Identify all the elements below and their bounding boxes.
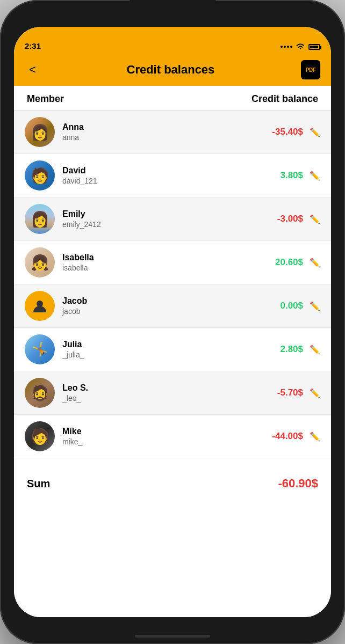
balance-area-anna: -35.40$ ✏️ <box>260 127 320 137</box>
members-list: Anna anna -35.40$ ✏️ David david_121 3.8… <box>14 111 331 458</box>
edit-button-david[interactable]: ✏️ <box>310 171 320 181</box>
balance-area-david: 3.80$ ✏️ <box>260 170 320 181</box>
wifi-icon <box>296 43 305 50</box>
edit-button-isabella[interactable]: ✏️ <box>310 258 320 268</box>
balance-area-isabella: 20.60$ ✏️ <box>260 257 320 268</box>
avatar-mike <box>25 421 55 451</box>
sum-value: -60.90$ <box>278 477 318 491</box>
balance-area-mike: -44.00$ ✏️ <box>260 431 320 442</box>
member-row-mike: Mike mike_ -44.00$ ✏️ <box>14 415 331 458</box>
phone-frame: 2:31 < Credit ba <box>0 0 345 644</box>
notch <box>130 0 215 16</box>
edit-button-jacob[interactable]: ✏️ <box>310 301 320 311</box>
balance-area-leo: -5.70$ ✏️ <box>260 387 320 398</box>
phone-screen: 2:31 < Credit ba <box>14 27 331 617</box>
signal-icon <box>281 46 292 48</box>
balance-value-emily: -3.00$ <box>260 214 303 224</box>
balance-value-isabella: 20.60$ <box>260 257 303 268</box>
battery-icon <box>308 44 320 50</box>
pdf-button[interactable]: PDF <box>301 60 320 79</box>
balance-value-david: 3.80$ <box>260 170 303 181</box>
edit-button-julia[interactable]: ✏️ <box>310 345 320 355</box>
content-area: Member Credit balance Anna anna -35.40$ … <box>14 86 331 617</box>
pdf-label: PDF <box>306 67 316 73</box>
edit-button-leo[interactable]: ✏️ <box>310 388 320 398</box>
balance-area-jacob: 0.00$ ✏️ <box>260 301 320 311</box>
balance-value-jacob: 0.00$ <box>260 301 303 311</box>
balance-value-mike: -44.00$ <box>260 431 303 442</box>
edit-button-emily[interactable]: ✏️ <box>310 214 320 224</box>
status-icons <box>281 43 320 50</box>
balance-area-julia: 2.80$ ✏️ <box>260 344 320 355</box>
balance-value-julia: 2.80$ <box>260 344 303 355</box>
balance-value-leo: -5.70$ <box>260 387 303 398</box>
balance-value-anna: -35.40$ <box>260 127 303 137</box>
home-indicator <box>135 635 210 638</box>
balance-area-emily: -3.00$ ✏️ <box>260 214 320 224</box>
edit-button-mike[interactable]: ✏️ <box>310 431 320 442</box>
col-balance-label: Credit balance <box>251 93 318 105</box>
edit-button-anna[interactable]: ✏️ <box>310 127 320 137</box>
